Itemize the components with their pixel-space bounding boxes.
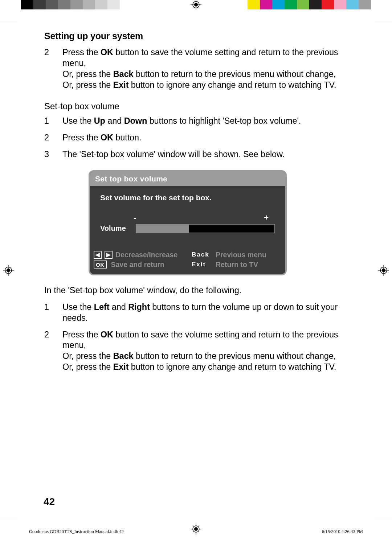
page-content: Setting up your system 2Press the OK but…: [44, 31, 338, 378]
post-osd-intro: In the 'Set-top box volume' window, do t…: [44, 286, 338, 295]
color-swatch: [83, 0, 95, 9]
color-swatch: [346, 0, 359, 9]
color-swatch: [21, 0, 33, 9]
color-swatch: [272, 0, 285, 9]
exit-key: Exit: [192, 261, 211, 268]
list-item: 1Use the Left and Right buttons to turn …: [44, 302, 338, 324]
list-item: 2Press the OK button to save the volume …: [44, 329, 338, 373]
back-label: Previous menu: [216, 251, 266, 259]
volume-label: Volume: [100, 224, 132, 233]
step-number: 3: [44, 149, 62, 160]
color-swatch: [95, 0, 107, 9]
crop-line: [0, 22, 17, 22]
footer-filename: Goodmans GDB20TTS_Instruction Manual.ind…: [29, 529, 124, 534]
exit-label: Return to TV: [216, 261, 258, 269]
step-list-mid: 1Use the Up and Down buttons to highligh…: [44, 116, 338, 160]
osd-title: Set top box volume: [90, 172, 285, 186]
arrows-label: Decrease/Increase: [115, 251, 177, 259]
osd-footer: ◀ ▶ Decrease/Increase Back Previous menu…: [90, 248, 285, 274]
osd-screenshot: Set top box volume Set volume for the se…: [89, 170, 287, 275]
plus-icon: +: [264, 213, 269, 222]
step-text: Press the OK button to save the volume s…: [62, 329, 338, 373]
step-text: Use the Up and Down buttons to highlight…: [62, 116, 338, 127]
minus-icon: -: [134, 213, 136, 222]
ok-label: Save and return: [111, 261, 164, 269]
registration-mark-icon: [3, 265, 14, 276]
color-swatch: [46, 0, 58, 9]
arrow-left-icon: ◀: [94, 251, 102, 259]
registration-mark-icon: [191, 0, 201, 10]
back-key: Back: [192, 251, 211, 258]
color-swatch: [285, 0, 297, 9]
color-swatch: [120, 0, 132, 9]
ok-key: OK: [94, 261, 107, 269]
sub-title: Set-top box volume: [44, 101, 338, 111]
color-swatch: [297, 0, 309, 9]
color-swatch: [309, 0, 322, 9]
color-swatch: [334, 0, 346, 9]
color-swatch: [260, 0, 272, 9]
color-swatch: [58, 0, 70, 9]
crop-line: [375, 519, 392, 519]
crop-line: [0, 519, 17, 519]
step-number: 1: [44, 116, 62, 127]
step-text: Use the Left and Right buttons to turn t…: [62, 302, 338, 324]
list-item: 3The 'Set-top box volume' window will be…: [44, 149, 338, 160]
color-swatch: [107, 0, 120, 9]
step-list-top: 2Press the OK button to save the volume …: [44, 47, 338, 90]
color-swatch: [359, 0, 371, 9]
list-item: 1Use the Up and Down buttons to highligh…: [44, 116, 338, 127]
list-item: 2Press the OK button.: [44, 132, 338, 143]
footer-date: 6/15/2010 4:26:43 PM: [322, 529, 363, 534]
arrow-right-icon: ▶: [105, 251, 113, 259]
registration-mark-icon: [378, 265, 389, 276]
section-title: Setting up your system: [44, 31, 338, 41]
color-swatch: [322, 0, 334, 9]
osd-instruction: Set volume for the set top box.: [100, 193, 275, 202]
step-text: Press the OK button to save the volume s…: [62, 47, 338, 90]
color-swatch: [70, 0, 83, 9]
list-item: 2Press the OK button to save the volume …: [44, 47, 338, 90]
color-swatch: [248, 0, 260, 9]
crop-line: [375, 22, 392, 22]
footer-meta: Goodmans GDB20TTS_Instruction Manual.ind…: [29, 529, 363, 534]
page-number: 42: [44, 496, 55, 508]
step-text: The 'Set-top box volume' window will be …: [62, 149, 338, 160]
step-number: 2: [44, 47, 62, 90]
step-number: 2: [44, 132, 62, 143]
color-swatch: [33, 0, 46, 9]
volume-fill: [136, 225, 189, 233]
volume-slider[interactable]: [136, 224, 275, 233]
step-list-bottom: 1Use the Left and Right buttons to turn …: [44, 302, 338, 373]
step-number: 2: [44, 329, 62, 373]
step-number: 1: [44, 302, 62, 324]
step-text: Press the OK button.: [62, 132, 338, 143]
